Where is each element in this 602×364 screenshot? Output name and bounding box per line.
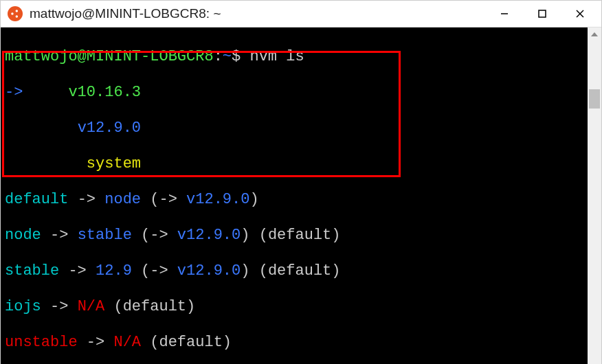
svg-point-2 (16, 15, 18, 18)
alias-unstable: unstable (5, 334, 78, 351)
command-text: nvm ls (249, 48, 304, 65)
alias-node: node (5, 227, 41, 244)
scroll-thumb[interactable] (589, 89, 600, 109)
scrollbar[interactable] (588, 27, 601, 364)
ubuntu-icon (8, 6, 23, 21)
prompt-path: ~ (223, 48, 232, 65)
prompt-userhost: mattwojo@MININT-LOBGCR8 (5, 48, 214, 65)
svg-point-0 (11, 12, 14, 15)
window-title: mattwojo@MININT-LOBGCR8: ~ (30, 6, 485, 21)
svg-marker-7 (591, 32, 598, 36)
minimize-button[interactable] (485, 1, 523, 27)
version-12: v12.9.0 (78, 120, 141, 137)
terminal-window: mattwojo@MININT-LOBGCR8: ~ mattwojo@MINI… (0, 0, 602, 364)
output-line: node -> stable (-> v12.9.0) (default) (5, 227, 583, 244)
output-line: unstable -> N/A (default) (5, 334, 583, 352)
alias-default: default (5, 191, 68, 208)
output-line: stable -> 12.9 (-> v12.9.0) (default) (5, 262, 583, 280)
close-button[interactable] (561, 1, 599, 27)
output-line: iojs -> N/A (default) (5, 298, 583, 316)
titlebar: mattwojo@MININT-LOBGCR8: ~ (1, 1, 601, 27)
scroll-up-button[interactable] (588, 27, 601, 41)
maximize-button[interactable] (523, 1, 561, 27)
prompt-line: mattwojo@MININT-LOBGCR8:~$ nvm ls (5, 48, 583, 66)
output-line: v12.9.0 (5, 120, 583, 137)
system-label: system (87, 155, 141, 172)
terminal-output[interactable]: mattwojo@MININT-LOBGCR8:~$ nvm ls -> v10… (1, 27, 588, 364)
terminal-area: mattwojo@MININT-LOBGCR8:~$ nvm ls -> v10… (1, 27, 601, 364)
output-line: system (5, 155, 583, 173)
svg-point-1 (16, 10, 18, 12)
output-line: -> v10.16.3 (5, 84, 583, 102)
output-line: default -> node (-> v12.9.0) (5, 191, 583, 209)
current-arrow: -> (5, 84, 23, 101)
version-10: v10.16.3 (68, 84, 141, 101)
prompt-dollar: $ (232, 48, 241, 65)
svg-rect-4 (539, 10, 546, 17)
alias-iojs: iojs (5, 298, 41, 315)
window-controls (485, 1, 599, 27)
prompt-colon: : (214, 48, 223, 65)
alias-stable: stable (5, 262, 59, 280)
